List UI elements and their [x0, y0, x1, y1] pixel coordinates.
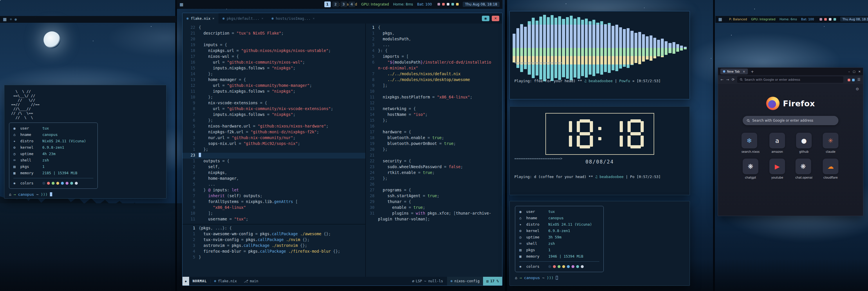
- back-icon[interactable]: ←: [721, 78, 723, 82]
- shortcut-tile[interactable]: ●github: [796, 133, 812, 153]
- track-progress: =====================>: [514, 155, 685, 162]
- line-number: 27: [366, 187, 375, 192]
- buffer-close-button[interactable]: ✕: [492, 16, 499, 21]
- app-launcher-icon[interactable]: ▦: [180, 2, 183, 7]
- github-icon: ●: [796, 133, 812, 148]
- buffer-toggle-button[interactable]: ◉: [482, 16, 489, 21]
- line-number: 11: [183, 89, 195, 93]
- shortcut-tile[interactable]: ❋chat.openai: [796, 158, 813, 179]
- workspace-button[interactable]: 1: [324, 1, 331, 7]
- tray-icon[interactable]: [829, 18, 832, 21]
- code-line: 6 } @ inputs: let: [183, 187, 365, 194]
- tray-icon[interactable]: [447, 3, 450, 5]
- tray-icon[interactable]: [456, 3, 459, 5]
- fetch-row: ▦memory2185 | 15394 MiB: [13, 170, 93, 176]
- fetch-terminal-left[interactable]: \ \ // ==\__\/ // // \// ==// //== //\__…: [4, 85, 166, 199]
- code-line: 10 ];: [183, 211, 365, 217]
- workspace-button[interactable]: 2: [333, 1, 339, 7]
- code-line: 4 firefox-mod-blur = pkgs.callPackage ./…: [183, 249, 365, 255]
- system-info-box: ◉usertux⌂hnamecanopus✦distroNixOS 24.11 …: [9, 122, 98, 189]
- line-number: 5: [183, 124, 195, 128]
- line-number: 23: [366, 164, 375, 169]
- code-line: 4 nixpkgs-f2k.url = "github:moni-dz/nixp…: [183, 129, 365, 135]
- forward-icon[interactable]: →: [726, 78, 729, 82]
- shell-prompt[interactable]: ⌂ → canopus ~ ))): [9, 192, 162, 197]
- window-control[interactable]: ✕: [859, 70, 861, 73]
- shortcut-tile[interactable]: ▶youtube: [769, 158, 785, 179]
- line-number: 3: [183, 243, 195, 248]
- workspace-tag-icon[interactable]: ❄: [9, 18, 12, 21]
- line-number: 2: [183, 164, 195, 169]
- line-number: 26: [366, 182, 375, 186]
- app-launcher-icon[interactable]: ▦: [718, 17, 722, 22]
- browser-tab[interactable]: New Tab ×: [720, 68, 748, 74]
- line-number: 8: [366, 77, 375, 82]
- tray-icon[interactable]: [824, 18, 827, 21]
- window-control[interactable]: –: [848, 70, 850, 73]
- fetch-terminal-right[interactable]: ◉usertux⌂hnamecanopus✦distroNixOS 24.11 …: [509, 201, 690, 286]
- shortcut-tile[interactable]: ❋chatgpt: [743, 158, 758, 179]
- shell-prompt[interactable]: ⌂ → canopus ~ ))): [515, 275, 684, 280]
- line-number: 21: [183, 31, 195, 35]
- workspace-tag-icon[interactable]: ●: [14, 18, 17, 21]
- shortcut-tile[interactable]: ❄search.nixos: [742, 133, 760, 153]
- bar-clock[interactable]: Thu Aug 08, 18:18: [463, 2, 500, 7]
- shortcut-tile[interactable]: ☁cloudflare: [823, 158, 838, 179]
- editor-tab[interactable]: ❄hosts/isoImag...×: [268, 13, 319, 24]
- nix-icon: ❄: [451, 279, 453, 283]
- new-tab-button[interactable]: +: [751, 69, 754, 74]
- shortcut-tile[interactable]: aamazon: [769, 133, 785, 153]
- line-number: 10: [183, 211, 195, 215]
- newtab-search-input[interactable]: Search with Google or enter address: [743, 116, 838, 125]
- line-number: 4: [183, 249, 195, 254]
- moon: [43, 31, 60, 48]
- editor-pane-flake[interactable]: 22{21 description = "tux's NixOS Flake";…: [183, 24, 365, 224]
- app-launcher-icon[interactable]: ▦: [3, 17, 7, 22]
- cursor-block: [199, 153, 201, 157]
- shortcut-tile[interactable]: ✳claude: [823, 133, 838, 153]
- palette-dot: [562, 265, 565, 268]
- tray-icon[interactable]: [452, 3, 454, 5]
- extension-icon[interactable]: [852, 79, 855, 81]
- tray-icon[interactable]: [437, 3, 440, 5]
- address-bar[interactable]: Search with Google or enter address: [737, 77, 843, 83]
- code-line: 1 pkgs,: [366, 31, 502, 37]
- code-line: 13 networking = {: [366, 106, 502, 112]
- editor-area[interactable]: 22{21 description = "tux's NixOS Flake";…: [183, 24, 502, 277]
- code-line: 8 forAllSystems = nixpkgs.lib.genAttrs [: [183, 199, 365, 205]
- shortcut-label: claude: [823, 150, 838, 153]
- code-line: 15 inputs.nixpkgs.follows = "nixpkgs";: [183, 66, 365, 71]
- statusline-filename: ❄flake.nix: [210, 279, 240, 283]
- list-icon: ▤: [487, 279, 489, 283]
- tray-icon[interactable]: [834, 18, 836, 21]
- line-number: 19: [366, 141, 375, 146]
- nixos-ascii-logo: \ \ // ==\__\/ // // \// ==// //== //\__…: [9, 89, 162, 120]
- workspace-button[interactable]: 4: [349, 1, 355, 7]
- tab-close-icon[interactable]: ×: [261, 17, 264, 20]
- tab-close-icon[interactable]: ×: [313, 17, 315, 20]
- menu-icon[interactable]: ☰: [857, 78, 861, 82]
- editor-pane-pkgs-default[interactable]: 1{pkgs, ...}: {1 tux-awesome-wm-config =…: [183, 225, 365, 277]
- line-number: 24: [366, 170, 375, 175]
- tab-close-icon[interactable]: ×: [743, 70, 745, 73]
- tray-icon[interactable]: [442, 3, 445, 5]
- palette-dot: [567, 265, 570, 268]
- editor-tab[interactable]: ❄pkgs/default...×: [218, 13, 268, 24]
- extension-icon[interactable]: [848, 79, 850, 81]
- line-number: 9: [366, 83, 375, 88]
- workspace-button[interactable]: 3: [341, 1, 347, 7]
- line-number: 15: [366, 118, 375, 122]
- code-line: 2 sops-nix.url = "github:Mic92/sops-nix"…: [183, 141, 365, 147]
- code-line: 19 inputs = {: [183, 42, 365, 48]
- gear-icon[interactable]: ⚙: [856, 87, 859, 91]
- editor-pane-iso-host[interactable]: 1{1 pkgs,2 modulesPath,3 ...4}: {5 impor…: [366, 24, 502, 277]
- editor-tab[interactable]: ❄flake.nix×: [183, 13, 218, 24]
- tray-icon[interactable]: [819, 18, 822, 21]
- line-number: 25: [366, 176, 375, 181]
- tab-close-icon[interactable]: ×: [212, 17, 214, 20]
- window-control[interactable]: ▢: [852, 70, 855, 73]
- reload-icon[interactable]: ⟳: [732, 78, 735, 82]
- right-monitor-top-bar: ▦ P: BalancedGPU: IntegratedHome: 6msBat…: [715, 16, 868, 23]
- line-number: 12: [183, 83, 195, 88]
- bar-clock[interactable]: Thu Aug 08, 18:18: [840, 17, 868, 22]
